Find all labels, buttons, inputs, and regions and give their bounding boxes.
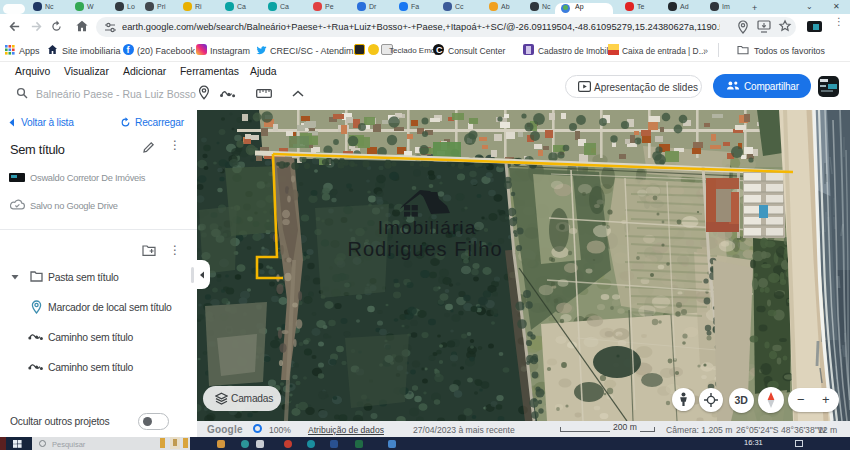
svg-text:Imobiliária: Imobiliária bbox=[378, 217, 477, 238]
svg-text:Rodrigues Filho: Rodrigues Filho bbox=[347, 238, 502, 260]
